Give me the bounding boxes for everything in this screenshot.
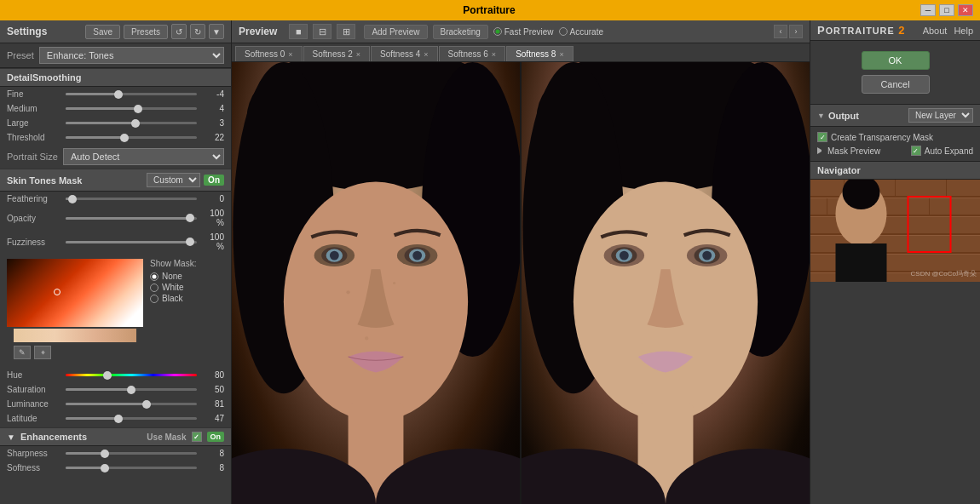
fuzziness-label: Fuzziness	[7, 238, 62, 247]
preview-left	[232, 62, 522, 504]
sharpness-value: 8	[200, 449, 224, 458]
feathering-track[interactable]	[66, 198, 197, 200]
eyedropper-tool[interactable]: ✎	[14, 346, 31, 359]
preset-label: Preset	[7, 50, 34, 60]
softness-value: 8	[200, 463, 224, 472]
fine-track[interactable]	[66, 93, 197, 95]
output-layer-select[interactable]: New Layer	[908, 108, 973, 123]
close-button[interactable]: ✕	[958, 4, 973, 16]
svg-rect-53	[836, 243, 887, 282]
mask-black-option[interactable]: Black	[150, 294, 196, 303]
view-split-button[interactable]: ⊟	[313, 24, 331, 39]
undo-button[interactable]: ↺	[171, 24, 187, 39]
tab-softness-2-close[interactable]: ×	[356, 50, 360, 59]
output-body: ✓ Create Transparency Mask Mask Preview …	[810, 127, 980, 161]
view-single-button[interactable]: ■	[289, 24, 308, 39]
ok-button[interactable]: OK	[862, 51, 930, 70]
center-panel: Preview ■ ⊟ ⊞ Add Preview Bracketing Fas…	[232, 20, 810, 504]
eyedropper2-tool[interactable]: ⌖	[34, 346, 51, 359]
tab-softness-6-close[interactable]: ×	[492, 50, 496, 59]
fast-preview-radio[interactable]	[493, 27, 502, 36]
latitude-track[interactable]	[66, 417, 197, 420]
mask-preview-toggle[interactable]	[817, 147, 824, 154]
latitude-slider-row: Latitude 47	[0, 411, 231, 426]
luminance-value: 81	[200, 399, 224, 409]
presets-button[interactable]: Presets	[124, 25, 168, 39]
luminance-label: Luminance	[7, 399, 62, 409]
save-button[interactable]: Save	[85, 25, 120, 39]
fast-preview-label: Fast Preview	[504, 27, 554, 37]
saturation-slider-row: Saturation 50	[0, 382, 231, 397]
redo-button[interactable]: ↻	[190, 24, 205, 39]
tab-softness-0-label: Softness 0	[245, 49, 285, 59]
enh-on-badge[interactable]: On	[207, 432, 225, 442]
skin-on-badge[interactable]: On	[204, 175, 224, 186]
navigator-section: Navigator	[810, 161, 980, 282]
detail-smoothing-title: DetailSmoothing	[7, 72, 81, 83]
enhancements-toggle[interactable]: ▼	[7, 432, 15, 442]
window-controls[interactable]: ─ □ ✕	[920, 4, 973, 16]
large-track[interactable]	[66, 122, 197, 124]
portrait-size-select[interactable]: Auto Detect	[63, 148, 224, 165]
tab-softness-6-label: Softness 6	[448, 49, 488, 59]
tab-softness-8[interactable]: Softness 8 ×	[506, 46, 574, 61]
use-mask-checkbox[interactable]: ✓	[192, 432, 202, 442]
titlebar: Portraiture ─ □ ✕	[0, 0, 980, 20]
tab-softness-4[interactable]: Softness 4 ×	[371, 46, 438, 61]
svg-rect-36	[810, 217, 980, 234]
preview-nav-arrows: ‹ ›	[774, 25, 803, 38]
fuzziness-track[interactable]	[66, 241, 197, 243]
minimize-button[interactable]: ─	[920, 4, 936, 16]
more-button[interactable]: ▼	[209, 24, 224, 39]
fine-slider-row: Fine -4	[0, 87, 231, 101]
threshold-value: 22	[200, 133, 224, 142]
hue-value: 80	[200, 370, 224, 380]
luminance-track[interactable]	[66, 403, 197, 405]
tab-softness-2[interactable]: Softness 2 ×	[303, 46, 371, 61]
mask-none-option[interactable]: None	[150, 272, 196, 281]
about-nav-item[interactable]: About	[923, 26, 948, 36]
portrait-right-svg	[522, 62, 810, 504]
view-multi-button[interactable]: ⊞	[337, 24, 355, 39]
svg-point-26	[620, 251, 629, 261]
mask-white-radio[interactable]	[150, 284, 159, 292]
luminance-slider-row: Luminance 81	[0, 397, 231, 411]
svg-point-17	[365, 336, 368, 340]
create-transparency-checkbox[interactable]: ✓	[817, 132, 827, 142]
skin-tones-header: Skin Tones Mask Custom On	[0, 169, 231, 192]
bracketing-button[interactable]: Bracketing	[433, 25, 488, 39]
preview-images	[232, 62, 810, 504]
hue-track[interactable]	[66, 374, 197, 376]
threshold-track[interactable]	[66, 136, 197, 139]
saturation-track[interactable]	[66, 388, 197, 391]
accurate-radio[interactable]	[559, 27, 568, 36]
skin-custom-select[interactable]: Custom	[147, 173, 200, 187]
right-title-text: PORTRAITURE	[817, 24, 898, 37]
softness-track[interactable]	[66, 467, 197, 469]
tab-softness-4-close[interactable]: ×	[424, 50, 428, 59]
tab-softness-0[interactable]: Softness 0 ×	[235, 46, 303, 61]
output-toggle[interactable]: ▼	[817, 112, 825, 120]
tab-softness-8-close[interactable]: ×	[559, 50, 563, 59]
cancel-button[interactable]: Cancel	[862, 75, 930, 94]
preset-select[interactable]: Enhance: Tones	[39, 47, 224, 64]
mask-none-radio[interactable]	[150, 272, 159, 281]
sharpness-track[interactable]	[66, 452, 197, 455]
help-nav-item[interactable]: Help	[954, 26, 973, 36]
output-section: ▼ Output New Layer ✓ Create Transparency…	[810, 104, 980, 161]
fuzziness-value: 100 %	[200, 232, 224, 251]
color-gradient[interactable]	[7, 259, 143, 327]
auto-expand-checkbox[interactable]: ✓	[911, 146, 921, 156]
tab-softness-6[interactable]: Softness 6 ×	[439, 46, 506, 61]
add-preview-button[interactable]: Add Preview	[364, 25, 427, 39]
maximize-button[interactable]: □	[939, 4, 954, 16]
mask-white-option[interactable]: White	[150, 283, 196, 292]
prev-arrow[interactable]: ‹	[774, 25, 787, 38]
enhancements-title: Enhancements	[20, 432, 87, 442]
next-arrow[interactable]: ›	[789, 25, 803, 38]
mask-black-radio[interactable]	[150, 295, 159, 303]
svg-point-11	[412, 251, 422, 261]
medium-track[interactable]	[66, 107, 197, 110]
opacity-track[interactable]	[66, 217, 197, 220]
tab-softness-0-close[interactable]: ×	[288, 50, 292, 59]
